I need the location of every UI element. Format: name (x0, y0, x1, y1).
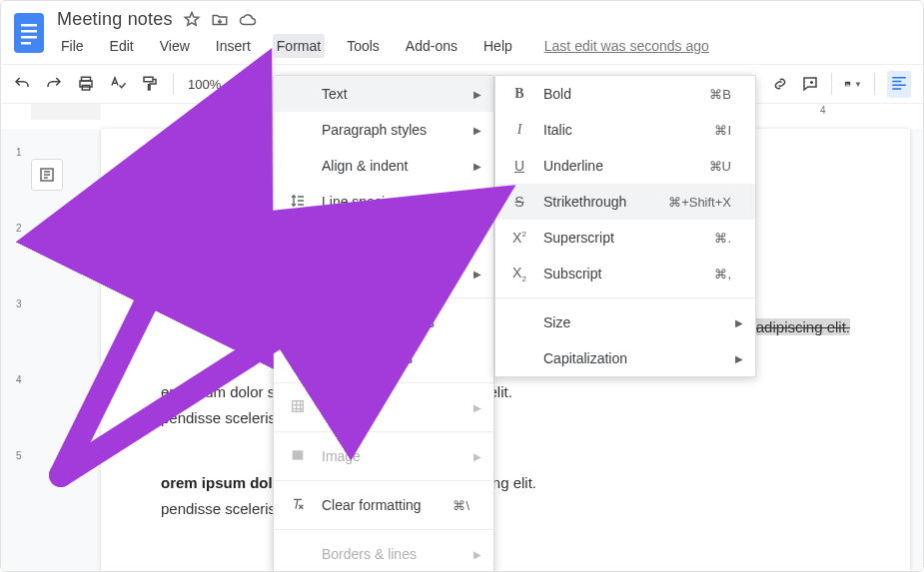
format-headers-footers[interactable]: Headers & footers (274, 304, 493, 340)
underline-icon: U (509, 158, 529, 174)
format-paragraph-styles[interactable]: Paragraph styles▶ (274, 112, 493, 148)
text-strikethrough[interactable]: S Strikethrough⌘+Shift+X (495, 184, 755, 220)
spellcheck-icon[interactable] (109, 75, 127, 93)
last-edit-link[interactable]: Last edit was seconds ago (544, 38, 709, 54)
star-icon[interactable] (183, 11, 201, 29)
format-line-spacing[interactable]: Line spacing▶ (274, 184, 493, 220)
menubar: File Edit View Insert Format Tools Add-o… (57, 34, 709, 58)
chevron-down-icon: ▼ (854, 80, 862, 89)
comment-icon[interactable] (801, 75, 819, 93)
shortcut-text: ⌘\ (453, 498, 469, 513)
format-text[interactable]: Text▶ (274, 76, 493, 112)
format-align-indent[interactable]: Align & indent▶ (274, 148, 493, 184)
table-icon (288, 398, 308, 417)
format-menu: Text▶ Paragraph styles▶ Align & indent▶ … (273, 75, 494, 572)
insert-link-icon[interactable] (771, 75, 789, 93)
align-left-icon[interactable] (887, 71, 911, 98)
menu-edit[interactable]: Edit (106, 34, 138, 58)
insert-image-icon[interactable]: ▼ (844, 75, 862, 93)
text-submenu: B Bold⌘B I Italic⌘I U Underline⌘U S Stri… (494, 75, 756, 377)
text-capitalization[interactable]: Capitalization▶ (495, 340, 755, 376)
undo-icon[interactable] (13, 75, 31, 93)
line-spacing-icon (288, 193, 308, 212)
svg-rect-4 (21, 42, 31, 45)
strikethrough-icon: S (509, 194, 529, 210)
svg-rect-13 (293, 450, 304, 459)
text-superscript[interactable]: X2 Superscript⌘. (495, 220, 755, 256)
svg-rect-2 (21, 30, 37, 33)
paint-format-icon[interactable] (141, 75, 159, 93)
text-bold[interactable]: B Bold⌘B (495, 76, 755, 112)
selected-struck-text: r adipiscing elit. (747, 318, 850, 335)
menu-addons[interactable]: Add-ons (402, 34, 462, 58)
submenu-arrow-icon: ▶ (473, 89, 481, 100)
chevron-down-icon: ▼ (227, 80, 235, 89)
clear-format-icon (288, 496, 308, 515)
svg-rect-1 (21, 24, 37, 27)
svg-point-10 (846, 83, 847, 84)
format-clear-formatting[interactable]: Clear formatting ⌘\ (274, 487, 493, 523)
vertical-ruler: 1 2 3 4 5 (16, 129, 30, 571)
text-italic[interactable]: I Italic⌘I (495, 112, 755, 148)
svg-rect-0 (14, 13, 44, 53)
format-table: Table▶ (274, 389, 493, 425)
text-size[interactable]: Size▶ (495, 304, 755, 340)
text-underline[interactable]: U Underline⌘U (495, 148, 755, 184)
italic-icon: I (509, 122, 529, 138)
svg-rect-8 (144, 77, 153, 82)
redo-icon[interactable] (45, 75, 63, 93)
svg-rect-3 (21, 36, 37, 39)
menu-file[interactable]: File (57, 34, 88, 58)
zoom-selector[interactable]: 100%▼ (188, 77, 235, 92)
move-icon[interactable] (211, 11, 229, 29)
print-icon[interactable] (77, 75, 95, 93)
cloud-icon[interactable] (239, 11, 257, 29)
format-borders-lines: Borders & lines▶ (274, 536, 493, 572)
menu-format[interactable]: Format (273, 34, 325, 58)
menu-help[interactable]: Help (479, 34, 516, 58)
subscript-icon: X2 (509, 265, 529, 284)
outline-toggle[interactable] (31, 159, 63, 191)
superscript-icon: X2 (509, 230, 529, 246)
svg-rect-12 (293, 400, 304, 411)
menu-tools[interactable]: Tools (343, 34, 384, 58)
format-image: Image▶ (274, 438, 493, 474)
bold-icon: B (509, 86, 529, 102)
menu-view[interactable]: View (156, 34, 194, 58)
image-icon (288, 447, 308, 466)
menu-insert[interactable]: Insert (212, 34, 255, 58)
format-columns[interactable]: Columns▶ (274, 220, 493, 256)
doc-title[interactable]: Meeting notes (57, 9, 173, 30)
format-page-numbers[interactable]: Page numbers (274, 340, 493, 376)
format-bullets-numbering[interactable]: Bullets & numbering▶ (274, 256, 493, 291)
columns-icon (288, 229, 308, 248)
docs-logo[interactable] (11, 9, 47, 57)
text-subscript[interactable]: X2 Subscript⌘, (495, 256, 755, 291)
